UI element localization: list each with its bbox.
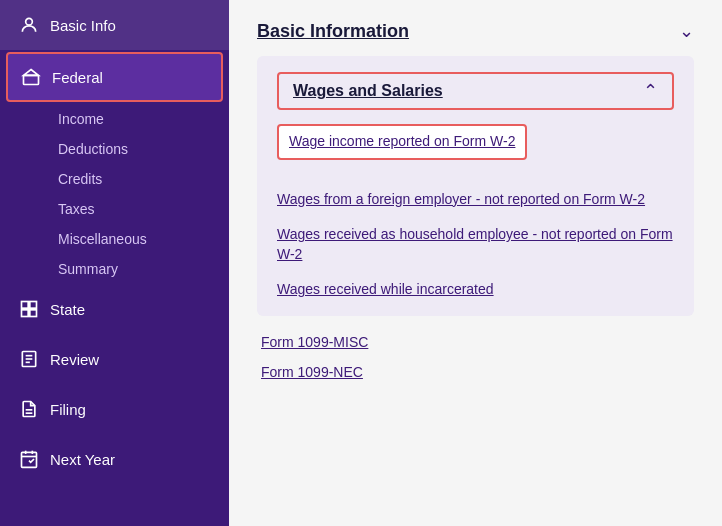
- sidebar-item-review[interactable]: Review: [0, 334, 229, 384]
- svg-rect-3: [30, 302, 37, 309]
- person-icon: [18, 14, 40, 36]
- sidebar-subitem-taxes[interactable]: Taxes: [50, 194, 229, 224]
- sidebar-subitem-miscellaneous[interactable]: Miscellaneous: [50, 224, 229, 254]
- review-icon: [18, 348, 40, 370]
- sidebar-item-state-label: State: [50, 301, 85, 318]
- svg-rect-5: [30, 310, 37, 317]
- sidebar-subitem-deductions[interactable]: Deductions: [50, 134, 229, 164]
- svg-rect-1: [24, 75, 39, 84]
- sidebar-item-review-label: Review: [50, 351, 99, 368]
- link-1099-nec[interactable]: Form 1099-NEC: [261, 364, 690, 380]
- sidebar-item-federal-label: Federal: [52, 69, 103, 86]
- state-icon: [18, 298, 40, 320]
- wages-salaries-subsection: Wages and Salaries ⌃ Wage income reporte…: [257, 56, 694, 316]
- sidebar-subitem-summary[interactable]: Summary: [50, 254, 229, 284]
- link-w2-income-wrapper: Wage income reported on Form W-2: [277, 124, 674, 176]
- sidebar: Basic Info Federal Income Deductions Cre…: [0, 0, 229, 526]
- sidebar-item-federal[interactable]: Federal: [6, 52, 223, 102]
- sidebar-subitem-income[interactable]: Income: [50, 104, 229, 134]
- sidebar-item-filing[interactable]: Filing: [0, 384, 229, 434]
- link-household-employee[interactable]: Wages received as household employee - n…: [277, 225, 674, 264]
- link-foreign-employer[interactable]: Wages from a foreign employer - not repo…: [277, 190, 674, 210]
- section-header: Basic Information ⌄: [257, 20, 694, 42]
- outside-links: Form 1099-MISC Form 1099-NEC: [257, 334, 694, 380]
- sidebar-item-basic-info[interactable]: Basic Info: [0, 0, 229, 50]
- next-year-icon: [18, 448, 40, 470]
- main-content: Basic Information ⌄ Wages and Salaries ⌃…: [229, 0, 722, 526]
- sidebar-item-state[interactable]: State: [0, 284, 229, 334]
- svg-rect-4: [22, 310, 29, 317]
- sidebar-item-next-year-label: Next Year: [50, 451, 115, 468]
- subsection-chevron-up-icon[interactable]: ⌃: [643, 80, 658, 102]
- section-title[interactable]: Basic Information: [257, 21, 409, 42]
- subsection-header-row: Wages and Salaries ⌃: [277, 72, 674, 110]
- sidebar-item-basic-info-label: Basic Info: [50, 17, 116, 34]
- sidebar-item-next-year[interactable]: Next Year: [0, 434, 229, 484]
- chevron-down-icon[interactable]: ⌄: [679, 20, 694, 42]
- sidebar-item-filing-label: Filing: [50, 401, 86, 418]
- federal-icon: [20, 66, 42, 88]
- link-incarcerated[interactable]: Wages received while incarcerated: [277, 280, 674, 300]
- svg-rect-2: [22, 302, 29, 309]
- filing-icon: [18, 398, 40, 420]
- subsection-title[interactable]: Wages and Salaries: [293, 82, 443, 100]
- link-w2-income[interactable]: Wage income reported on Form W-2: [277, 124, 527, 160]
- link-1099-misc[interactable]: Form 1099-MISC: [261, 334, 690, 350]
- sidebar-subitem-credits[interactable]: Credits: [50, 164, 229, 194]
- federal-subitems: Income Deductions Credits Taxes Miscella…: [0, 104, 229, 284]
- svg-point-0: [26, 18, 33, 25]
